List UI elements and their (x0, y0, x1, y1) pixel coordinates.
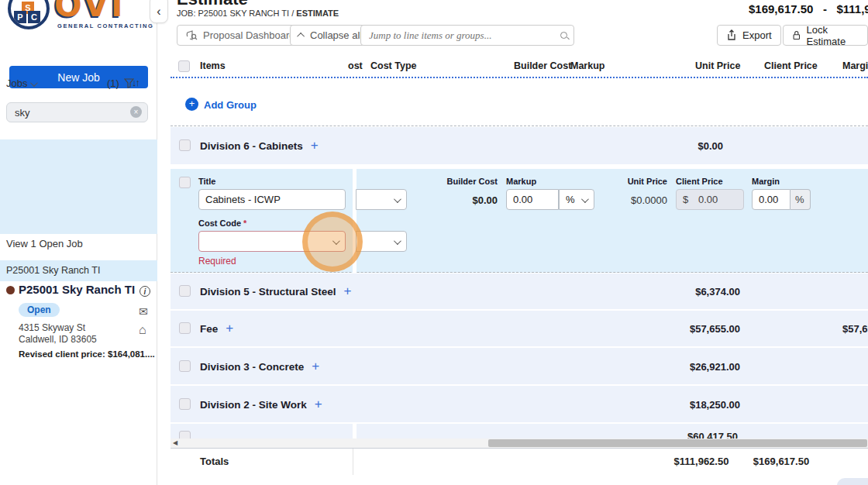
job-card[interactable]: P25001 Sky Ranch TI i Open ✉ 4315 Skyway… (0, 139, 157, 234)
group-amount: $18,250.00 (655, 398, 740, 410)
group-row-division-2[interactable]: Division 2 - Site Work+ $18,250.00 (170, 386, 868, 422)
col-cost-type[interactable]: Cost Type (370, 60, 417, 71)
builder-cost-total: $111,962.50 (836, 2, 868, 15)
job-address-line1: 4315 Skyway St (19, 322, 85, 333)
sidebar-collapse-button[interactable]: ‹ (150, 0, 168, 23)
breadcrumb-page: ESTIMATE (296, 9, 339, 18)
currency-prefix: $ (683, 194, 688, 205)
client-price-value: 0.00 (698, 194, 718, 205)
sort-icon[interactable]: ↓↑ (132, 77, 139, 88)
markup-input[interactable] (506, 189, 559, 210)
group-title-text: Division 5 - Structural Steel (200, 286, 336, 298)
clipped-group-amount: $60,417.50 (687, 431, 738, 439)
lock-estimate-button[interactable]: Lock Estimate (783, 25, 868, 46)
job-card-title[interactable]: P25001 Sky Ranch TI (19, 283, 135, 296)
chevron-down-icon (394, 237, 401, 245)
job-search-input[interactable] (6, 102, 148, 122)
company-logo-name: OVI (54, 0, 126, 24)
view-open-jobs-link[interactable]: View 1 Open Job (6, 238, 83, 249)
group-row-division-3[interactable]: Division 3 - Concrete+ $26,921.00 (170, 348, 868, 384)
row-checkbox[interactable] (179, 285, 191, 297)
mail-icon[interactable]: ✉ (139, 305, 148, 318)
add-line-item-icon[interactable]: + (344, 284, 352, 298)
group-title: Fee+ (200, 321, 233, 336)
row-checkbox[interactable] (179, 177, 191, 188)
group-amount: $26,921.00 (655, 360, 740, 372)
client-price-total: $169,617.50 (749, 2, 813, 15)
proposal-dashboard-button[interactable]: Proposal Dashboard (177, 25, 305, 46)
group-amount: $57,655.00 (655, 323, 740, 335)
emblem-letter-c: C (28, 11, 40, 23)
margin-label: Margin (752, 177, 780, 186)
cost-code-field-label: Cost Code * (198, 218, 246, 228)
jobs-dropdown[interactable]: Jobs (6, 77, 36, 89)
emblem-letter-p: P (14, 11, 26, 23)
col-unit-cost-clipped: ost (348, 60, 363, 71)
chevron-down-icon (394, 195, 401, 203)
title-field-label: Title (198, 177, 215, 186)
group-row-division-6[interactable]: Division 6 - Cabinets+ $0.00 (170, 127, 868, 164)
row-checkbox[interactable] (179, 139, 191, 151)
collapse-all-button[interactable]: Collapse all (290, 25, 371, 46)
proposal-dashboard-label: Proposal Dashboard (203, 29, 295, 41)
cost-type-select[interactable] (356, 189, 407, 210)
markup-unit-value: % (566, 194, 575, 205)
export-label: Export (742, 29, 772, 41)
clipped-group-row[interactable]: $60,417.50 (170, 424, 868, 439)
info-icon[interactable]: i (140, 286, 150, 297)
col-builder-cost[interactable]: Builder Cost (514, 60, 571, 71)
add-group-button[interactable]: Add Group (204, 99, 257, 111)
totals-builder-cost: $111,962.50 (659, 456, 744, 467)
group-title-text: Division 3 - Concrete (200, 361, 304, 373)
breadcrumb-job[interactable]: JOB: P25001 SKY RANCH TI (177, 9, 289, 18)
markup-unit-select[interactable]: % (559, 189, 594, 210)
export-button[interactable]: Export (717, 25, 781, 46)
group-row-fee[interactable]: Fee+ $57,655.00 $57,655.00 (170, 311, 868, 346)
row-checkbox[interactable] (179, 360, 191, 372)
sidebar: S P C OVI GENERAL CONTRACTING New Job Jo… (0, 0, 157, 485)
add-line-item-icon[interactable]: + (312, 359, 319, 373)
margin-unit-value: % (795, 194, 804, 205)
col-items[interactable]: Items (200, 60, 226, 71)
totals-row: Totals $111,962.50 $169,617.50 (170, 448, 868, 474)
scroll-left-arrow[interactable]: ◀ (173, 439, 177, 446)
add-line-item-icon[interactable]: + (311, 138, 319, 153)
tutorial-highlight-circle (302, 212, 363, 272)
lock-icon (792, 29, 801, 41)
group-title: Division 3 - Concrete+ (200, 359, 319, 374)
select-all-checkbox[interactable] (178, 60, 190, 72)
group-title: Division 2 - Site Work+ (200, 397, 322, 412)
table-header: Items ost Cost Type Builder Cost Markup … (170, 57, 868, 78)
client-price-input[interactable]: $ 0.00 (676, 189, 744, 210)
line-item-edit-row: Title Cost Code * Required Builder Cost … (170, 169, 868, 273)
group-title: Division 5 - Structural Steel+ (200, 284, 351, 299)
job-list-item[interactable]: P25001 Sky Ranch TI (0, 260, 157, 281)
col-margin[interactable]: Margin (842, 60, 868, 71)
corner-widget[interactable] (837, 478, 868, 485)
estimate-price-summary: $169,617.50 - $111,962.50 (749, 2, 868, 15)
home-icon[interactable]: ⌂ (139, 323, 146, 337)
col-unit-price[interactable]: Unit Price (695, 60, 740, 71)
horizontal-scrollbar[interactable]: ◀ (170, 439, 868, 448)
row-checkbox[interactable] (179, 431, 191, 439)
margin-input[interactable] (752, 189, 790, 210)
clear-search-icon[interactable]: × (130, 106, 142, 118)
title-input[interactable] (198, 189, 346, 210)
add-line-item-icon[interactable]: + (226, 321, 233, 335)
row-checkbox[interactable] (179, 398, 191, 410)
row-checkbox[interactable] (179, 322, 191, 334)
unit-price-label: Unit Price (604, 177, 667, 186)
builder-cost-label: Builder Cost (434, 177, 498, 186)
add-line-item-icon[interactable]: + (315, 397, 322, 411)
group-row-division-5[interactable]: Division 5 - Structural Steel+ $6,374.00 (170, 273, 868, 309)
add-group-plus-icon[interactable]: + (185, 98, 198, 111)
margin-unit-suffix: % (790, 189, 811, 210)
col-client-price[interactable]: Client Price (764, 60, 818, 71)
cost-type-select[interactable] (356, 231, 407, 252)
scrollbar-thumb[interactable] (488, 439, 867, 447)
col-markup[interactable]: Markup (570, 60, 604, 71)
jump-search-input[interactable] (360, 25, 574, 46)
client-price-label: Client Price (676, 177, 723, 186)
group-title-text: Fee (200, 323, 218, 335)
column-divider (353, 449, 353, 475)
